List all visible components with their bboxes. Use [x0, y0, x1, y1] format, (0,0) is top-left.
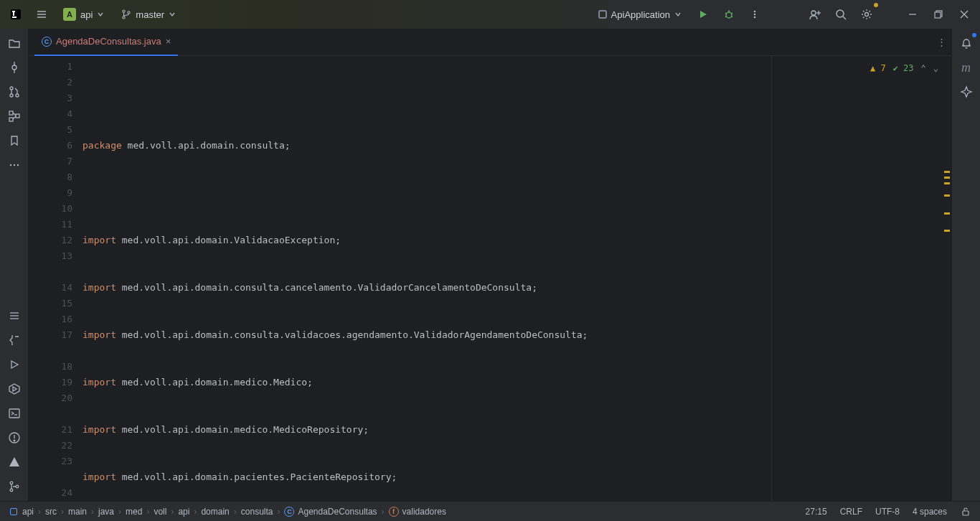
caret-position[interactable]: 27:15 — [806, 507, 827, 517]
file-encoding[interactable]: UTF-8 — [875, 507, 900, 517]
svg-rect-39 — [9, 118, 13, 121]
svg-point-35 — [10, 94, 13, 97]
project-name: api — [80, 9, 93, 20]
indent-config[interactable]: 4 spaces — [913, 507, 947, 517]
svg-marker-10 — [700, 11, 707, 18]
svg-point-57 — [10, 482, 13, 484]
class-icon: C — [284, 507, 294, 517]
bookmarks-tool-icon[interactable] — [4, 131, 24, 151]
svg-point-7 — [123, 10, 125, 12]
problems-tool-icon[interactable] — [4, 428, 24, 448]
warnings-tool-icon[interactable] — [4, 452, 24, 472]
ai-assistant-icon[interactable] — [956, 82, 976, 102]
svg-rect-2 — [13, 11, 14, 16]
terminal-tool-icon[interactable] — [4, 403, 24, 423]
line-separator[interactable]: CRLF — [840, 507, 862, 517]
chevron-up-icon[interactable]: ⌃ — [921, 60, 926, 76]
window-close-icon[interactable] — [954, 4, 974, 24]
svg-marker-50 — [9, 384, 19, 394]
svg-point-18 — [754, 14, 756, 16]
ide-logo-icon[interactable] — [6, 4, 26, 24]
crumb-folder[interactable]: java — [98, 507, 114, 517]
window-minimize-icon[interactable] — [903, 4, 923, 24]
crumb-folder[interactable]: consulta — [241, 507, 273, 517]
project-tool-icon[interactable] — [4, 33, 24, 53]
chevron-down-icon[interactable]: ⌄ — [933, 60, 938, 76]
readonly-lock-icon[interactable] — [960, 506, 971, 517]
run-tool-icon[interactable] — [4, 355, 24, 375]
run-config-name: ApiApplication — [611, 9, 670, 20]
svg-point-23 — [837, 10, 844, 17]
error-stripe[interactable] — [943, 56, 951, 501]
svg-rect-40 — [16, 114, 19, 118]
crumb-module[interactable]: api — [9, 507, 34, 517]
svg-point-17 — [754, 11, 756, 13]
main-menu-hamburger-icon[interactable] — [32, 4, 52, 24]
vcs-tool-icon[interactable] — [4, 477, 24, 497]
crumb-folder[interactable]: voll — [154, 507, 166, 517]
svg-line-24 — [843, 17, 846, 19]
debug-icon[interactable] — [719, 4, 739, 24]
run-config-dropdown[interactable]: ApiApplication — [593, 6, 687, 23]
chevron-down-icon — [169, 11, 176, 18]
pull-requests-tool-icon[interactable] — [4, 82, 24, 102]
svg-rect-60 — [963, 511, 969, 515]
branch-icon — [121, 9, 131, 19]
code-editor[interactable]: ▲ 7 ✔ 23 ⌃ ⌄ package med.voll.api.domain… — [83, 56, 951, 501]
more-tools-icon[interactable] — [4, 155, 24, 175]
crumb-class[interactable]: CAgendaDeConsultas — [284, 507, 377, 517]
crumb-folder[interactable]: domain — [201, 507, 229, 517]
svg-point-34 — [10, 87, 13, 90]
crumb-folder[interactable]: med — [126, 507, 142, 517]
right-tool-stripe: m — [951, 29, 980, 501]
svg-point-11 — [726, 12, 732, 18]
status-bar: api › src› main› java› med› voll› api› d… — [0, 501, 980, 521]
inspection-widget[interactable]: ▲ 7 ✔ 23 ⌃ ⌄ — [870, 60, 938, 76]
gutter: 1 2 3 4 5 6 7 8 9 10 11 12 13 14 15 16 1… — [29, 56, 83, 501]
svg-rect-28 — [935, 12, 941, 18]
services-tool-icon[interactable] — [4, 379, 24, 399]
editor-tabs: C AgendaDeConsultas.java × ⋮ — [29, 29, 951, 56]
project-dropdown[interactable]: A api — [57, 5, 110, 24]
svg-point-9 — [128, 11, 130, 14]
structure-tool-icon[interactable] — [4, 106, 24, 126]
project-badge: A — [63, 8, 76, 21]
tab-agenda-de-consultas[interactable]: C AgendaDeConsultas.java × — [34, 29, 178, 56]
more-actions-icon[interactable] — [745, 4, 765, 24]
build-tool-icon[interactable] — [4, 330, 24, 350]
svg-point-31 — [12, 65, 17, 70]
todo-tool-icon[interactable] — [4, 306, 24, 326]
crumb-field[interactable]: fvalidadores — [389, 507, 446, 517]
svg-point-59 — [16, 485, 19, 488]
svg-point-45 — [17, 164, 18, 166]
crumb-folder[interactable]: main — [68, 507, 87, 517]
maven-tool-icon[interactable]: m — [956, 57, 976, 78]
svg-point-43 — [9, 164, 11, 166]
run-icon[interactable] — [693, 4, 713, 24]
svg-point-56 — [14, 440, 15, 441]
chevron-down-icon — [97, 11, 104, 18]
svg-point-58 — [10, 489, 13, 492]
branch-name: master — [136, 9, 164, 20]
search-icon[interactable] — [831, 4, 851, 24]
window-maximize-icon[interactable] — [928, 4, 948, 24]
svg-point-25 — [865, 13, 869, 17]
crumb-folder[interactable]: api — [178, 507, 189, 517]
run-config-icon — [598, 10, 607, 19]
commit-tool-icon[interactable] — [4, 57, 24, 78]
tab-close-icon[interactable]: × — [166, 36, 171, 47]
svg-point-8 — [123, 17, 125, 19]
vcs-branch-dropdown[interactable]: master — [116, 6, 182, 23]
svg-rect-3 — [12, 17, 17, 18]
tab-file-name: AgendaDeConsultas.java — [56, 36, 161, 47]
tabs-menu-icon[interactable]: ⋮ — [931, 37, 951, 47]
svg-point-19 — [754, 17, 756, 19]
svg-point-44 — [13, 164, 14, 166]
crumb-folder[interactable]: src — [45, 507, 57, 517]
svg-marker-51 — [13, 387, 17, 391]
notifications-icon[interactable] — [956, 33, 976, 53]
chevron-down-icon — [674, 11, 682, 18]
code-with-me-icon[interactable] — [805, 4, 825, 24]
svg-marker-49 — [11, 361, 18, 368]
settings-icon[interactable] — [857, 4, 877, 24]
